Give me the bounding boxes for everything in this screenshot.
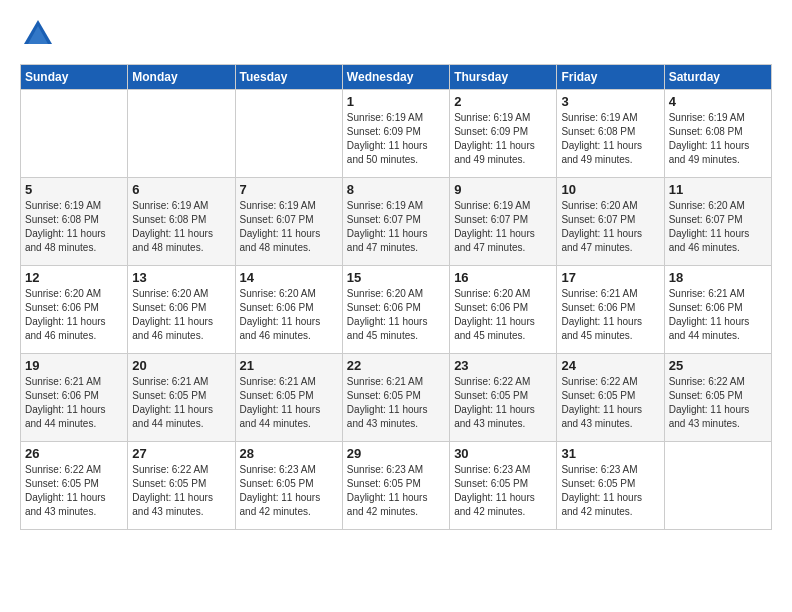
day-info: Sunrise: 6:19 AM Sunset: 6:07 PM Dayligh… <box>240 199 338 255</box>
day-cell-8: 8Sunrise: 6:19 AM Sunset: 6:07 PM Daylig… <box>342 178 449 266</box>
empty-cell <box>128 90 235 178</box>
page-header <box>20 16 772 52</box>
day-number: 19 <box>25 358 123 373</box>
day-number: 9 <box>454 182 552 197</box>
day-cell-19: 19Sunrise: 6:21 AM Sunset: 6:06 PM Dayli… <box>21 354 128 442</box>
day-cell-6: 6Sunrise: 6:19 AM Sunset: 6:08 PM Daylig… <box>128 178 235 266</box>
day-cell-26: 26Sunrise: 6:22 AM Sunset: 6:05 PM Dayli… <box>21 442 128 530</box>
day-cell-5: 5Sunrise: 6:19 AM Sunset: 6:08 PM Daylig… <box>21 178 128 266</box>
week-row-5: 26Sunrise: 6:22 AM Sunset: 6:05 PM Dayli… <box>21 442 772 530</box>
day-cell-2: 2Sunrise: 6:19 AM Sunset: 6:09 PM Daylig… <box>450 90 557 178</box>
week-row-2: 5Sunrise: 6:19 AM Sunset: 6:08 PM Daylig… <box>21 178 772 266</box>
day-number: 4 <box>669 94 767 109</box>
weekday-header-friday: Friday <box>557 65 664 90</box>
day-number: 26 <box>25 446 123 461</box>
day-info: Sunrise: 6:19 AM Sunset: 6:09 PM Dayligh… <box>347 111 445 167</box>
day-number: 16 <box>454 270 552 285</box>
day-cell-16: 16Sunrise: 6:20 AM Sunset: 6:06 PM Dayli… <box>450 266 557 354</box>
empty-cell <box>235 90 342 178</box>
day-number: 30 <box>454 446 552 461</box>
weekday-header-wednesday: Wednesday <box>342 65 449 90</box>
day-info: Sunrise: 6:23 AM Sunset: 6:05 PM Dayligh… <box>454 463 552 519</box>
week-row-1: 1Sunrise: 6:19 AM Sunset: 6:09 PM Daylig… <box>21 90 772 178</box>
day-cell-30: 30Sunrise: 6:23 AM Sunset: 6:05 PM Dayli… <box>450 442 557 530</box>
day-number: 14 <box>240 270 338 285</box>
day-info: Sunrise: 6:19 AM Sunset: 6:07 PM Dayligh… <box>454 199 552 255</box>
day-cell-24: 24Sunrise: 6:22 AM Sunset: 6:05 PM Dayli… <box>557 354 664 442</box>
day-number: 13 <box>132 270 230 285</box>
day-info: Sunrise: 6:21 AM Sunset: 6:06 PM Dayligh… <box>561 287 659 343</box>
day-cell-10: 10Sunrise: 6:20 AM Sunset: 6:07 PM Dayli… <box>557 178 664 266</box>
day-cell-23: 23Sunrise: 6:22 AM Sunset: 6:05 PM Dayli… <box>450 354 557 442</box>
day-info: Sunrise: 6:19 AM Sunset: 6:09 PM Dayligh… <box>454 111 552 167</box>
weekday-header-row: SundayMondayTuesdayWednesdayThursdayFrid… <box>21 65 772 90</box>
day-cell-20: 20Sunrise: 6:21 AM Sunset: 6:05 PM Dayli… <box>128 354 235 442</box>
day-info: Sunrise: 6:22 AM Sunset: 6:05 PM Dayligh… <box>132 463 230 519</box>
week-row-4: 19Sunrise: 6:21 AM Sunset: 6:06 PM Dayli… <box>21 354 772 442</box>
logo <box>20 16 60 52</box>
day-info: Sunrise: 6:22 AM Sunset: 6:05 PM Dayligh… <box>25 463 123 519</box>
day-number: 27 <box>132 446 230 461</box>
day-cell-4: 4Sunrise: 6:19 AM Sunset: 6:08 PM Daylig… <box>664 90 771 178</box>
day-cell-13: 13Sunrise: 6:20 AM Sunset: 6:06 PM Dayli… <box>128 266 235 354</box>
day-info: Sunrise: 6:21 AM Sunset: 6:05 PM Dayligh… <box>132 375 230 431</box>
day-info: Sunrise: 6:21 AM Sunset: 6:06 PM Dayligh… <box>669 287 767 343</box>
day-number: 1 <box>347 94 445 109</box>
day-info: Sunrise: 6:19 AM Sunset: 6:08 PM Dayligh… <box>25 199 123 255</box>
day-info: Sunrise: 6:22 AM Sunset: 6:05 PM Dayligh… <box>669 375 767 431</box>
day-info: Sunrise: 6:21 AM Sunset: 6:05 PM Dayligh… <box>240 375 338 431</box>
logo-icon <box>20 16 56 52</box>
day-number: 24 <box>561 358 659 373</box>
day-number: 29 <box>347 446 445 461</box>
day-number: 25 <box>669 358 767 373</box>
day-number: 21 <box>240 358 338 373</box>
weekday-header-saturday: Saturday <box>664 65 771 90</box>
day-number: 3 <box>561 94 659 109</box>
day-cell-29: 29Sunrise: 6:23 AM Sunset: 6:05 PM Dayli… <box>342 442 449 530</box>
day-info: Sunrise: 6:20 AM Sunset: 6:06 PM Dayligh… <box>132 287 230 343</box>
day-number: 6 <box>132 182 230 197</box>
empty-cell <box>664 442 771 530</box>
day-cell-1: 1Sunrise: 6:19 AM Sunset: 6:09 PM Daylig… <box>342 90 449 178</box>
day-cell-22: 22Sunrise: 6:21 AM Sunset: 6:05 PM Dayli… <box>342 354 449 442</box>
week-row-3: 12Sunrise: 6:20 AM Sunset: 6:06 PM Dayli… <box>21 266 772 354</box>
day-cell-17: 17Sunrise: 6:21 AM Sunset: 6:06 PM Dayli… <box>557 266 664 354</box>
day-info: Sunrise: 6:20 AM Sunset: 6:06 PM Dayligh… <box>347 287 445 343</box>
day-info: Sunrise: 6:20 AM Sunset: 6:06 PM Dayligh… <box>454 287 552 343</box>
day-info: Sunrise: 6:19 AM Sunset: 6:08 PM Dayligh… <box>669 111 767 167</box>
day-cell-21: 21Sunrise: 6:21 AM Sunset: 6:05 PM Dayli… <box>235 354 342 442</box>
day-info: Sunrise: 6:19 AM Sunset: 6:08 PM Dayligh… <box>561 111 659 167</box>
empty-cell <box>21 90 128 178</box>
day-info: Sunrise: 6:20 AM Sunset: 6:06 PM Dayligh… <box>240 287 338 343</box>
day-cell-15: 15Sunrise: 6:20 AM Sunset: 6:06 PM Dayli… <box>342 266 449 354</box>
day-info: Sunrise: 6:21 AM Sunset: 6:06 PM Dayligh… <box>25 375 123 431</box>
day-cell-14: 14Sunrise: 6:20 AM Sunset: 6:06 PM Dayli… <box>235 266 342 354</box>
day-number: 5 <box>25 182 123 197</box>
day-info: Sunrise: 6:23 AM Sunset: 6:05 PM Dayligh… <box>347 463 445 519</box>
day-info: Sunrise: 6:22 AM Sunset: 6:05 PM Dayligh… <box>561 375 659 431</box>
day-number: 23 <box>454 358 552 373</box>
calendar-table: SundayMondayTuesdayWednesdayThursdayFrid… <box>20 64 772 530</box>
day-number: 2 <box>454 94 552 109</box>
day-cell-27: 27Sunrise: 6:22 AM Sunset: 6:05 PM Dayli… <box>128 442 235 530</box>
day-number: 8 <box>347 182 445 197</box>
day-info: Sunrise: 6:20 AM Sunset: 6:06 PM Dayligh… <box>25 287 123 343</box>
day-number: 17 <box>561 270 659 285</box>
day-number: 12 <box>25 270 123 285</box>
day-info: Sunrise: 6:23 AM Sunset: 6:05 PM Dayligh… <box>561 463 659 519</box>
day-cell-12: 12Sunrise: 6:20 AM Sunset: 6:06 PM Dayli… <box>21 266 128 354</box>
day-cell-9: 9Sunrise: 6:19 AM Sunset: 6:07 PM Daylig… <box>450 178 557 266</box>
day-cell-18: 18Sunrise: 6:21 AM Sunset: 6:06 PM Dayli… <box>664 266 771 354</box>
day-cell-11: 11Sunrise: 6:20 AM Sunset: 6:07 PM Dayli… <box>664 178 771 266</box>
day-info: Sunrise: 6:22 AM Sunset: 6:05 PM Dayligh… <box>454 375 552 431</box>
day-number: 10 <box>561 182 659 197</box>
day-info: Sunrise: 6:20 AM Sunset: 6:07 PM Dayligh… <box>561 199 659 255</box>
weekday-header-tuesday: Tuesday <box>235 65 342 90</box>
day-cell-28: 28Sunrise: 6:23 AM Sunset: 6:05 PM Dayli… <box>235 442 342 530</box>
day-info: Sunrise: 6:19 AM Sunset: 6:07 PM Dayligh… <box>347 199 445 255</box>
day-number: 7 <box>240 182 338 197</box>
day-number: 15 <box>347 270 445 285</box>
day-number: 18 <box>669 270 767 285</box>
day-cell-3: 3Sunrise: 6:19 AM Sunset: 6:08 PM Daylig… <box>557 90 664 178</box>
weekday-header-thursday: Thursday <box>450 65 557 90</box>
